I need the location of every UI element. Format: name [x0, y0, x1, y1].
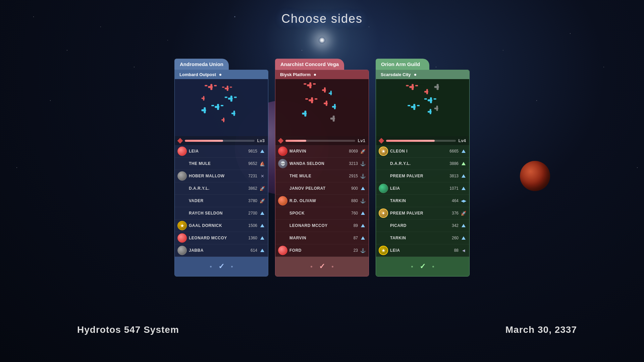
- level-bar-anarchist: Lv1: [275, 136, 369, 145]
- player-row[interactable]: LEIA 1071: [376, 182, 469, 195]
- player-row[interactable]: THE MULE 2915 ⚓: [275, 170, 369, 182]
- player-name: THE MULE: [189, 161, 242, 166]
- avatar-empty: [379, 159, 388, 168]
- avatar: [278, 196, 287, 205]
- avatar-empty: [379, 233, 388, 243]
- diamond-icon-orion: [379, 138, 384, 143]
- player-row[interactable]: LEONARD MCCOY 89: [275, 220, 369, 232]
- diamond-icon-anarchist: [278, 138, 284, 143]
- player-name: CLEON I: [390, 149, 443, 154]
- faction-tab-anarchist[interactable]: Anarchist Concord Vega: [275, 59, 344, 70]
- rank-icon: 🚀: [259, 185, 265, 191]
- player-row[interactable]: LEIA 9815: [175, 145, 268, 158]
- svg-rect-6: [222, 86, 224, 87]
- svg-rect-16: [211, 105, 214, 106]
- svg-rect-26: [304, 83, 306, 85]
- svg-rect-43: [333, 116, 335, 122]
- player-name: MARVIN: [289, 236, 342, 240]
- rank-icon: [259, 210, 265, 216]
- player-row[interactable]: THE MULE 9652 ⛵: [175, 158, 268, 170]
- select-btn-andromeda[interactable]: ✓: [175, 257, 268, 276]
- player-row[interactable]: ★ GAAL DORNICK 1506: [175, 220, 268, 232]
- level-label-orion: Lv4: [459, 138, 466, 143]
- faction-panel-andromeda[interactable]: Andromeda Union Lombard Outpost: [174, 59, 268, 277]
- level-track-andromeda: [185, 140, 255, 142]
- select-btn-anarchist[interactable]: ✓: [275, 257, 369, 276]
- rank-icon: ⚓: [360, 173, 366, 179]
- select-btn-orion[interactable]: ✓: [376, 257, 469, 276]
- player-row[interactable]: ★ LEIA 88 ◀: [376, 244, 469, 257]
- avatar-empty: [278, 171, 287, 181]
- player-row[interactable]: RAYCH SELDON 2700: [175, 207, 268, 220]
- player-name: JANOV PELORAT: [289, 186, 342, 191]
- svg-rect-56: [408, 105, 410, 106]
- avatar-empty: [177, 159, 187, 168]
- faction-panel-orion[interactable]: Orion Arm Guild Scarsdale City: [376, 59, 470, 277]
- svg-rect-21: [204, 107, 206, 113]
- player-row[interactable]: SPOCK 760: [275, 207, 369, 220]
- avatar-empty: [177, 208, 187, 218]
- player-row[interactable]: PICARD 342: [376, 220, 469, 232]
- avatar-empty: [379, 221, 388, 230]
- player-row[interactable]: ✦ PREEM PALVER 376 🚀: [376, 207, 469, 220]
- player-row[interactable]: HOBER MALLOW 7231 ✕: [175, 170, 268, 182]
- faction-panel-anarchist[interactable]: Anarchist Concord Vega Biysk Platform: [275, 59, 369, 277]
- svg-rect-7: [230, 86, 232, 87]
- player-row[interactable]: D.A.R.Y.L. 3886: [376, 158, 469, 170]
- player-score: 9815: [244, 149, 257, 154]
- player-row[interactable]: TARKIN 464 ◀▶: [376, 195, 469, 207]
- player-row[interactable]: MARVIN 8069 🚀: [275, 145, 369, 158]
- player-name: PICARD: [390, 223, 443, 228]
- svg-rect-29: [324, 87, 326, 93]
- player-row[interactable]: PREEM PALVER 3813: [376, 170, 469, 182]
- player-name: TARKIN: [390, 198, 443, 203]
- player-row[interactable]: MARVIN 87: [275, 232, 369, 244]
- player-name: GAAL DORNICK: [189, 223, 242, 228]
- player-name: TARKIN: [390, 236, 443, 240]
- btn-dot-4: [332, 266, 333, 267]
- player-name: D.A.R.Y.L.: [189, 186, 242, 191]
- page-title: Choose sides: [281, 12, 363, 26]
- player-score: 23: [344, 248, 358, 253]
- player-row[interactable]: TARKIN 260: [376, 232, 469, 244]
- svg-rect-11: [230, 96, 232, 102]
- location-dot-orion: [414, 74, 416, 76]
- player-row[interactable]: FORD 23 ⚓: [275, 244, 369, 257]
- player-row[interactable]: JANOV PELORAT 900: [275, 182, 369, 195]
- avatar-empty: [379, 171, 388, 181]
- faction-tab-andromeda[interactable]: Andromeda Union: [174, 59, 229, 70]
- planet-red-small: [520, 161, 550, 191]
- level-fill-andromeda: [185, 140, 223, 142]
- svg-rect-51: [430, 97, 432, 103]
- svg-rect-49: [426, 89, 428, 94]
- rank-icon: [461, 185, 467, 191]
- player-name: LEIA: [390, 186, 443, 191]
- btn-dot-6: [432, 266, 434, 267]
- rank-icon: [259, 223, 265, 229]
- avatar: [177, 171, 187, 181]
- player-score: 89: [344, 223, 358, 228]
- svg-rect-25: [309, 82, 311, 88]
- diamond-icon-andromeda: [177, 138, 183, 143]
- player-score: 614: [244, 248, 257, 253]
- player-row[interactable]: ★ CLEON I 6665: [376, 145, 469, 158]
- faction-tab-orion[interactable]: Orion Arm Guild: [376, 59, 429, 70]
- player-row[interactable]: D.A.R.Y.L. 3862 🚀: [175, 182, 268, 195]
- rank-icon: [461, 161, 467, 167]
- player-row[interactable]: LEONARD MCCOY 1360: [175, 232, 268, 244]
- avatar: [177, 146, 187, 156]
- avatar: ★: [379, 246, 388, 255]
- avatar-empty: [379, 196, 388, 205]
- level-track-anarchist: [285, 140, 355, 142]
- player-row[interactable]: JABBA 614: [175, 244, 268, 257]
- avatar-empty: [278, 208, 287, 218]
- svg-rect-41: [304, 111, 306, 117]
- location-dot-anarchist: [314, 74, 316, 76]
- svg-rect-61: [437, 84, 439, 90]
- player-row[interactable]: 💀 WANDA SELDON 3213 ⚓: [275, 158, 369, 170]
- svg-rect-37: [330, 90, 332, 95]
- player-name: HOBER MALLOW: [189, 174, 242, 178]
- player-row[interactable]: VADER 3780 🚀: [175, 195, 268, 207]
- star-glow: [319, 37, 325, 44]
- player-row[interactable]: R.D. OLIVAW 880 ⚓: [275, 195, 369, 207]
